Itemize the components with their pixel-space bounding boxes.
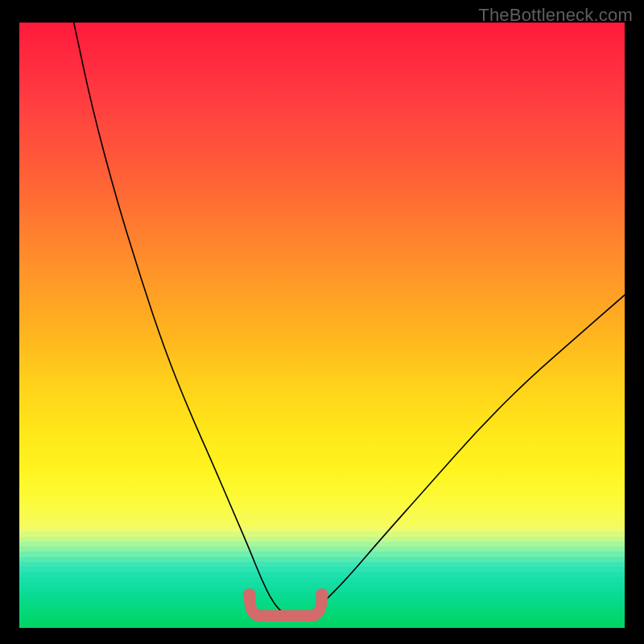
bottleneck-curve — [74, 23, 625, 616]
optimum-marker-dot — [316, 588, 328, 601]
plot-area — [19, 23, 625, 628]
optimum-marker-dot — [243, 588, 256, 601]
curve-layer — [19, 23, 625, 628]
optimum-marker — [243, 588, 328, 616]
watermark-text: TheBottleneck.com — [478, 5, 633, 26]
chart-frame: TheBottleneck.com — [0, 0, 644, 644]
